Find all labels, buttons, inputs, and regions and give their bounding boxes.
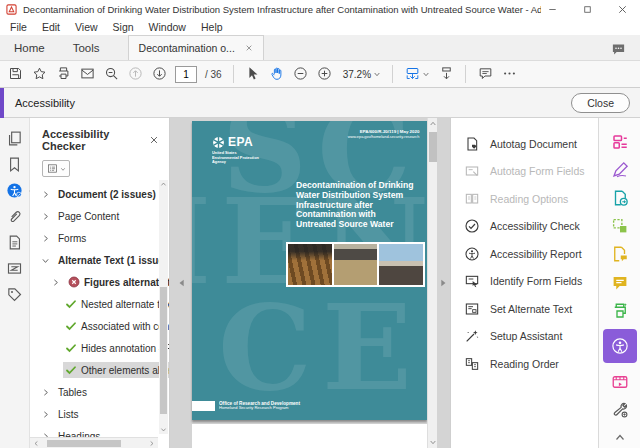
- left-nav-strip: [0, 118, 30, 448]
- scroll-down-icon[interactable]: [429, 438, 437, 446]
- close-tab-icon[interactable]: [245, 44, 253, 52]
- tree-item-document[interactable]: Document (2 issues): [30, 183, 169, 205]
- checker-tree: Document (2 issues) Page Content F: [30, 183, 169, 447]
- comment-tool-icon[interactable]: [610, 273, 630, 292]
- accessibility-panel-icon[interactable]: [6, 182, 23, 199]
- attachments-icon[interactable]: [6, 208, 23, 225]
- tree-item-label: Lists: [58, 409, 79, 420]
- next-page-preview: [192, 424, 427, 448]
- next-page-arrow[interactable]: [438, 278, 448, 288]
- close-window-button[interactable]: [617, 4, 628, 15]
- checker-options-button[interactable]: [42, 160, 70, 177]
- menu-item[interactable]: Help: [201, 21, 223, 33]
- content-icon[interactable]: [6, 260, 23, 277]
- tool-label: Identify Form Fields: [490, 275, 582, 287]
- tree-item-forms[interactable]: Forms: [30, 227, 169, 249]
- email-icon[interactable]: [79, 66, 95, 82]
- scroll-up-icon[interactable]: [429, 120, 437, 128]
- tags-icon[interactable]: [6, 286, 23, 303]
- document-vertical-scrollbar[interactable]: [427, 118, 437, 448]
- search-icon[interactable]: [103, 66, 119, 82]
- bookmarks-icon[interactable]: [6, 156, 23, 173]
- accessibility-check-item[interactable]: Accessibility Check: [451, 213, 598, 241]
- identify-form-fields-item[interactable]: Identify Form Fields: [451, 268, 598, 296]
- tree-item-hides-annotation[interactable]: Hides annotation - Passe: [30, 337, 169, 359]
- previous-page-icon[interactable]: [127, 66, 143, 82]
- zoom-level-dropdown[interactable]: 37.2%: [341, 69, 381, 80]
- zoom-out-icon[interactable]: [293, 66, 309, 82]
- accessibility-tool-icon[interactable]: [603, 329, 637, 363]
- tool-icon: [464, 356, 480, 372]
- tab-home[interactable]: Home: [0, 42, 59, 60]
- export-pdf-tool-icon[interactable]: [610, 188, 630, 207]
- tab-document[interactable]: Decontamination o...: [128, 35, 264, 60]
- tree-item-page-content[interactable]: Page Content: [30, 205, 169, 227]
- right-tools-strip: [598, 118, 640, 448]
- tree-item-figures-alternate-text[interactable]: Figures alternate text -: [30, 271, 169, 293]
- page-number-input[interactable]: [175, 66, 197, 83]
- tree-item-lists[interactable]: Lists: [30, 403, 169, 425]
- document-viewport: SC IEN CE EPA/600/R-20/119 | May 2020 ww…: [170, 118, 450, 448]
- next-page-icon[interactable]: [151, 66, 167, 82]
- edit-pdf-tool-icon[interactable]: [610, 245, 630, 264]
- tool-label: Autotag Form Fields: [490, 165, 585, 177]
- autotag-form-fields-item[interactable]: Autotag Form Fields: [451, 158, 598, 186]
- tree-item-alternate-text[interactable]: Alternate Text (1 issue): [30, 249, 169, 271]
- tree-item-associated-with-content[interactable]: Associated with content: [30, 315, 169, 337]
- create-pdf-tool-icon[interactable]: [610, 132, 630, 151]
- reading-order-item[interactable]: Reading Order: [451, 350, 598, 378]
- accessibility-report-item[interactable]: Accessibility Report: [451, 240, 598, 268]
- previous-page-arrow[interactable]: [177, 278, 187, 288]
- page-thumbnails-icon[interactable]: [6, 130, 23, 147]
- page-fit-dropdown[interactable]: [404, 66, 430, 82]
- maximize-button[interactable]: [582, 4, 593, 15]
- scrollbar-thumb[interactable]: [160, 287, 167, 414]
- minimize-button[interactable]: [547, 4, 558, 15]
- scroll-mode-icon[interactable]: [438, 66, 454, 82]
- hand-tool-icon[interactable]: [269, 66, 285, 82]
- checker-vertical-scrollbar[interactable]: [159, 180, 168, 434]
- close-accessibility-button[interactable]: Close: [571, 93, 630, 113]
- tab-tools[interactable]: Tools: [59, 42, 114, 60]
- set-alternate-text-item[interactable]: Set Alternate Text: [451, 295, 598, 323]
- more-tools-ellipsis-icon[interactable]: [501, 66, 517, 82]
- tree-item-other-elements-alternate[interactable]: Other elements alternate: [30, 359, 169, 381]
- scrollbar-thumb[interactable]: [47, 440, 121, 447]
- organize-pages-tool-icon[interactable]: [610, 217, 630, 236]
- comment-icon[interactable]: [477, 66, 493, 82]
- epa-flower-icon: [212, 136, 225, 149]
- media-tool-icon[interactable]: [610, 372, 630, 391]
- scrollbar-thumb[interactable]: [429, 132, 437, 162]
- scan-ocr-tool-icon[interactable]: [610, 301, 630, 320]
- select-tool-icon[interactable]: [245, 66, 261, 82]
- favorites-star-icon[interactable]: [31, 66, 47, 82]
- save-icon[interactable]: [7, 66, 23, 82]
- print-icon[interactable]: [55, 66, 71, 82]
- main-toolbar: / 36 37.2%: [0, 60, 640, 88]
- tree-item-nested-alternate-text[interactable]: Nested alternate text - Pa: [30, 293, 169, 315]
- tree-item-label: Alternate Text (1 issue): [58, 255, 167, 266]
- reading-options-item[interactable]: Reading Options: [451, 185, 598, 213]
- scroll-up-icon[interactable]: [160, 181, 167, 188]
- menu-item[interactable]: Sign: [113, 21, 134, 33]
- collapse-strip-icon[interactable]: [610, 429, 630, 448]
- destinations-icon[interactable]: [6, 234, 23, 251]
- tool-icon: [464, 273, 480, 289]
- menu-item[interactable]: Edit: [42, 21, 60, 33]
- setup-assistant-item[interactable]: Setup Assistant: [451, 323, 598, 351]
- zoom-in-icon[interactable]: [317, 66, 333, 82]
- checker-horizontal-scrollbar[interactable]: [30, 437, 158, 448]
- scroll-left-icon[interactable]: [33, 440, 40, 447]
- notifications-icon[interactable]: [609, 42, 628, 57]
- scroll-down-icon[interactable]: [160, 426, 167, 433]
- close-panel-icon[interactable]: [149, 135, 159, 145]
- zoom-level-value: 37.2%: [343, 69, 371, 80]
- scroll-right-icon[interactable]: [148, 440, 155, 447]
- menu-item[interactable]: File: [10, 21, 27, 33]
- menu-item[interactable]: View: [75, 21, 98, 33]
- menu-item[interactable]: Window: [149, 21, 186, 33]
- autotag-document-item[interactable]: Autotag Document: [451, 130, 598, 158]
- more-tools-icon[interactable]: [610, 401, 630, 420]
- tree-item-tables[interactable]: Tables: [30, 381, 169, 403]
- fill-sign-tool-icon[interactable]: [610, 160, 630, 179]
